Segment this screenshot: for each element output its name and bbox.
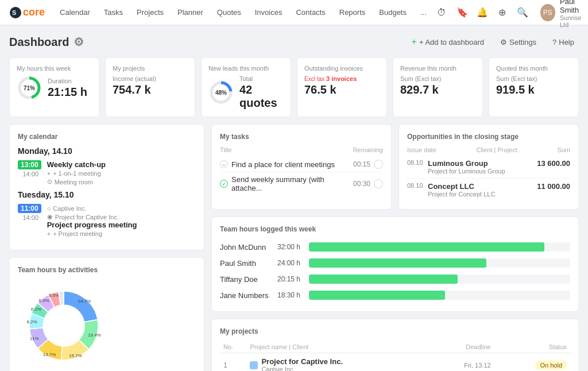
main-content: Dashboard ⚙ + + Add to dashboard ⚙ Setti…	[0, 25, 588, 371]
nav-invoices[interactable]: Invoices	[249, 5, 288, 20]
nav-contacts[interactable]: Contacts	[290, 5, 331, 20]
top-nav: S core Calendar Tasks Projects Planner Q…	[0, 0, 588, 25]
stat-card-leads: New leads this month 48% Total 42 quotes	[201, 57, 291, 117]
tasks-headers: Title Remaining	[220, 146, 383, 153]
dashboard-header: Dashboard ⚙ + + Add to dashboard ⚙ Setti…	[9, 34, 579, 49]
col-name: Project name | Client	[246, 341, 434, 353]
event-end-time: 14:00	[18, 171, 38, 177]
invoice-count: 3 invoices	[326, 75, 357, 82]
team-hour-row[interactable]: Tiffany Doe 20:15 h	[220, 271, 570, 287]
calendar-event-1[interactable]: 11:00 14:00 ○ Captive Inc. ◉ Project for…	[18, 204, 196, 237]
location-icon: ⊙	[47, 178, 52, 186]
excl-tax-label: Excl tax	[304, 76, 324, 82]
task-check-0[interactable]: –	[220, 160, 228, 168]
stat-card-invoices: Outstanding invoices Excl tax 3 invoices…	[297, 57, 387, 117]
logo[interactable]: S core	[9, 6, 45, 19]
nav-projects[interactable]: Projects	[131, 5, 169, 20]
svg-text:6.9%: 6.9%	[39, 298, 49, 303]
col-no: No.	[220, 341, 246, 353]
project-row[interactable]: 1 Project for Captive Inc. Captive Inc. …	[220, 353, 570, 372]
user-menu[interactable]: PS Paul Smith Sunrise Ltd ▾	[536, 0, 588, 30]
stat-card-revenue: Revenue this month Sum (Excl tax) 829.7 …	[393, 57, 483, 117]
plus-icon: +	[412, 37, 417, 47]
nav-calendar[interactable]: Calendar	[54, 5, 96, 20]
opp-item-0[interactable]: 08.10 Luminous Group Project for Luminou…	[407, 156, 570, 179]
svg-text:S: S	[12, 9, 16, 16]
task-item-0[interactable]: – Find a place for client meetings 00:15	[220, 157, 383, 172]
team-hour-row[interactable]: John McDunn 32:00 h	[220, 239, 570, 255]
svg-text:6.2%: 6.2%	[31, 307, 41, 312]
bar-fill	[309, 291, 445, 300]
projects-card: My projects No. Project name | Client De…	[211, 319, 579, 371]
project-icon	[250, 361, 258, 369]
task-item-1[interactable]: ✓ Send weekly summary (with attache... 0…	[220, 172, 383, 195]
activities-donut-chart: 24.7%16.4%15.7%13.7%11%8.2%6.2%6.9%5.5%	[18, 280, 110, 371]
settings-button[interactable]: ⚙ Settings	[496, 36, 541, 49]
bell-icon[interactable]: 🔔	[475, 5, 489, 21]
col-status: Status	[494, 341, 570, 353]
opportunities-card: Opportunities in the closing stage Issue…	[399, 124, 579, 210]
project-deadline: Fri, 13.12	[464, 362, 490, 369]
dashboard-title: Dashboard ⚙	[9, 35, 84, 49]
stat-cards-row: My hours this week 71% Duration 21:15 h …	[9, 57, 579, 117]
stat-card-projects: My projects Income (actual) 754.7 k	[105, 57, 195, 117]
calendar-card: My calendar Monday, 14.10 13:00 14:00 We…	[9, 124, 204, 250]
bottom-grid: My calendar Monday, 14.10 13:00 14:00 We…	[9, 124, 579, 371]
nav-budgets[interactable]: Budgets	[373, 5, 412, 20]
calendar-event-0[interactable]: 13:00 14:00 Weekly catch-up + + 1-on-1 m…	[18, 160, 196, 186]
project-icon: ◉	[47, 213, 53, 221]
team-hour-row[interactable]: Paul Smith 24:00 h	[220, 255, 570, 271]
plus-icon: +	[47, 230, 51, 237]
left-column: My calendar Monday, 14.10 13:00 14:00 We…	[9, 124, 204, 371]
tasks-card: My tasks Title Remaining – Find a place …	[211, 124, 392, 210]
bar-background	[309, 291, 570, 300]
team-member-hours: 24:00 h	[277, 259, 309, 267]
nav-tasks[interactable]: Tasks	[98, 5, 129, 20]
search-icon[interactable]: 🔍	[516, 5, 530, 21]
team-member-hours: 32:00 h	[277, 243, 309, 251]
svg-text:13.7%: 13.7%	[43, 352, 56, 357]
projects-table: No. Project name | Client Deadline Statu…	[220, 341, 570, 371]
opp-item-1[interactable]: 08.10 Concept LLC Project for Concept LL…	[407, 179, 570, 201]
project-client: Captive Inc.	[261, 366, 343, 371]
timer-icon[interactable]: ⏱	[435, 5, 449, 21]
team-activities-card: Team hours by activities 24.7%16.4%15.7%…	[9, 257, 204, 371]
team-hour-row[interactable]: Jane Numbers 18:30 h	[220, 287, 570, 303]
plus-circle-icon[interactable]: ⊕	[495, 5, 509, 21]
stat-card-hours: My hours this week 71% Duration 21:15 h	[9, 57, 99, 117]
avatar: PS	[540, 4, 555, 21]
task-circle-1	[374, 179, 383, 188]
svg-text:16.4%: 16.4%	[88, 333, 101, 338]
col-deadline: Deadline	[435, 341, 494, 353]
bar-fill	[309, 242, 544, 252]
svg-text:11%: 11%	[30, 336, 39, 341]
stat-card-quoted: Quoted this month Sum (Excl tax) 919.5 k	[489, 57, 579, 117]
user-info: Paul Smith Sunrise Ltd	[560, 0, 588, 28]
nav-quotes[interactable]: Quotes	[211, 5, 247, 20]
team-hours-rows: John McDunn 32:00 h Paul Smith 24:00 h T…	[220, 239, 570, 303]
help-button[interactable]: ? Help	[548, 36, 579, 49]
filter-icon[interactable]: ⚙	[74, 35, 84, 49]
team-member-name: Tiffany Doe	[220, 275, 277, 284]
projects-tbody: 1 Project for Captive Inc. Captive Inc. …	[220, 353, 570, 372]
leads-pct: 48%	[215, 90, 227, 96]
circle-icon: ○	[47, 205, 51, 212]
bookmark-icon[interactable]: 🔖	[455, 5, 469, 21]
hours-donut: 71%	[17, 75, 42, 101]
activities-donut-wrap: 24.7%16.4%15.7%13.7%11%8.2%6.2%6.9%5.5%	[18, 280, 196, 371]
add-to-dashboard-button[interactable]: + + Add to dashboard	[407, 34, 489, 49]
team-member-name: John McDunn	[220, 243, 277, 252]
nav-planner[interactable]: Planner	[172, 5, 209, 20]
nav-reports[interactable]: Reports	[334, 5, 372, 20]
event-body: Weekly catch-up + + 1-on-1 meeting ⊙ Mee…	[47, 160, 196, 186]
event-body-2: ○ Captive Inc. ◉ Project for Captive Inc…	[47, 204, 196, 237]
team-member-hours: 20:15 h	[277, 275, 309, 283]
bar-fill	[309, 258, 486, 268]
nav-more[interactable]: ...	[415, 5, 432, 20]
right-top-grid: My tasks Title Remaining – Find a place …	[211, 124, 579, 210]
svg-text:15.7%: 15.7%	[69, 353, 82, 358]
user-company: Sunrise Ltd	[560, 14, 588, 28]
task-check-1[interactable]: ✓	[220, 180, 228, 188]
event-start-time: 11:00	[18, 204, 41, 213]
status-badge: On hold	[535, 361, 567, 370]
